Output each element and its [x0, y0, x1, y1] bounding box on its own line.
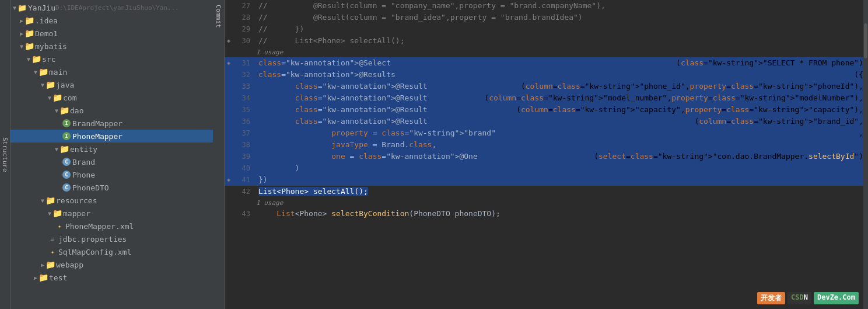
- sidebar-item-phonemapperxml[interactable]: ✦PhoneMapper.xml: [10, 220, 213, 232]
- line-content: class="kw-annotation">@Result: [256, 81, 521, 92]
- line-content: one = class="kw-annotation">@One: [256, 151, 594, 162]
- watermark-csdn: CSD: [791, 293, 804, 301]
- watermark: 开发者 CSDN DevZe.Com: [757, 292, 859, 304]
- code-line-36: 36 class="kw-annotation">@Result(column …: [225, 116, 863, 127]
- arrow-icon: ▼: [34, 69, 37, 75]
- code-line-28: 28// @Result(column = "brand_idea",prope…: [225, 12, 863, 23]
- tree-item-label: PhoneDTO: [72, 183, 109, 192]
- line-number: 43: [233, 208, 256, 220]
- sidebar-item-jdbcproperties[interactable]: ≡jdbc.properties: [10, 232, 213, 245]
- line-content: }): [256, 174, 863, 186]
- code-line-31: ◈31class="kw-annotation">@Select(class="…: [225, 57, 863, 69]
- line-content: class="kw-annotation">@Result: [256, 92, 484, 104]
- root-icon: 📁: [18, 3, 27, 12]
- code-line-42: 42List<Phone> selectAll();: [225, 186, 863, 197]
- sidebar-item-mapper[interactable]: ▼📁mapper: [10, 207, 213, 220]
- commit-label[interactable]: Commit: [214, 0, 223, 33]
- tree-item-label: test: [49, 273, 67, 282]
- tree-item-label: com: [63, 93, 76, 102]
- line-number: 36: [233, 116, 256, 127]
- sidebar-item-idea[interactable]: ▶📁.idea: [10, 14, 213, 27]
- line-number: 29: [233, 23, 256, 35]
- tree-item-label: mapper: [63, 209, 90, 218]
- arrow-icon: ▶: [41, 262, 44, 268]
- sidebar-item-dao[interactable]: ▼📁dao: [10, 104, 213, 117]
- sidebar-item-brandmapper[interactable]: IBrandMapper: [10, 117, 213, 130]
- line-number: 33: [233, 81, 256, 92]
- xml-icon: ✦: [48, 247, 57, 256]
- arrow-icon: ▼: [27, 56, 30, 63]
- arrow-icon: ▼: [13, 5, 16, 11]
- class-icon: C: [62, 170, 71, 179]
- sidebar-item-resources[interactable]: ▼📁resources: [10, 194, 213, 207]
- line-gutter: ◈: [225, 174, 233, 186]
- scrollbar[interactable]: [863, 0, 868, 309]
- code-line-27: 27// @Result(column = "company_name",pro…: [225, 0, 863, 12]
- arrow-icon: ▼: [48, 210, 51, 217]
- code-line-38: 38 javaType = Brand.class,: [225, 139, 863, 151]
- arrow-icon: ▼: [41, 197, 44, 204]
- sidebar-item-sqlmapconfig[interactable]: ✦SqlMapConfig.xml: [10, 245, 213, 258]
- tree-item-label: src: [42, 55, 55, 64]
- structure-tab[interactable]: Structure: [0, 0, 10, 309]
- sidebar-item-phonemapper[interactable]: IPhoneMapper: [10, 130, 213, 143]
- sidebar-item-demo1[interactable]: ▶📁Demo1: [10, 27, 213, 40]
- code-line-30: ◈30// List<Phone> selectAll();: [225, 35, 863, 47]
- line-content: // List<Phone> selectAll();: [256, 35, 863, 47]
- folder-icon: 📁: [60, 106, 69, 115]
- sidebar-item-brand[interactable]: CBrand: [10, 155, 213, 168]
- line-number: 30: [233, 35, 256, 47]
- code-line-35: 35 class="kw-annotation">@Result(column …: [225, 104, 863, 116]
- sidebar-item-java[interactable]: ▼📁java: [10, 78, 213, 91]
- line-number: 35: [233, 104, 256, 116]
- sidebar-item-webapp[interactable]: ▶📁webapp: [10, 258, 213, 271]
- folder-icon: 📁: [32, 54, 41, 64]
- sidebar-item-phone[interactable]: CPhone: [10, 168, 213, 181]
- tree-item-label: SqlMapConfig.xml: [58, 248, 131, 256]
- line-number: 32: [233, 69, 256, 81]
- sidebar-item-com[interactable]: ▼📁com: [10, 91, 213, 104]
- sidebar-item-src[interactable]: ▼📁src: [10, 53, 213, 65]
- sidebar-item-yanjiu[interactable]: ▼📁YanJiu D:\IDEAproject\yanJiuShuo\Yan..…: [10, 1, 213, 14]
- folder-icon: 📁: [52, 93, 62, 102]
- line-content: // @Result(column = "company_name",prope…: [256, 0, 863, 12]
- structure-label: Structure: [1, 137, 9, 172]
- folder-icon: 📁: [46, 196, 55, 205]
- arrow-icon: ▼: [20, 43, 23, 50]
- folder-icon: 📁: [46, 80, 55, 89]
- usage-line: 1 usage: [225, 47, 863, 57]
- code-line-41: ◈41}): [225, 174, 863, 186]
- tree-item-label: PhoneMapper.xml: [65, 222, 134, 231]
- sidebar-item-main[interactable]: ▼📁main: [10, 65, 213, 78]
- properties-icon: ≡: [48, 234, 57, 244]
- line-content: ): [256, 162, 863, 174]
- line-content: javaType = Brand.class,: [256, 139, 863, 151]
- tree-item-label: .idea: [35, 16, 58, 25]
- line-number: 41: [233, 174, 256, 186]
- tree-item-label: Phone: [72, 171, 95, 179]
- sidebar-item-phonedto[interactable]: CPhoneDTO: [10, 181, 213, 194]
- line-number: 38: [233, 139, 256, 151]
- class-icon: C: [62, 157, 71, 166]
- arrow-icon: ▶: [20, 18, 23, 24]
- folder-icon: 📁: [38, 67, 48, 77]
- tree-item-label: resources: [56, 196, 97, 205]
- arrow-icon: ▼: [55, 146, 58, 152]
- arrow-icon: ▼: [55, 107, 58, 114]
- code-line-43: 43 List<Phone> selectByCondition(PhoneDT…: [225, 208, 863, 220]
- watermark-n: N: [804, 293, 808, 301]
- sidebar-item-test[interactable]: ▶📁test: [10, 271, 213, 284]
- folder-icon: 📁: [52, 209, 62, 218]
- code-line-39: 39 one = class="kw-annotation">@One(sele…: [225, 151, 863, 162]
- line-number: 28: [233, 12, 256, 23]
- line-number: 37: [233, 127, 256, 139]
- sidebar-item-mybatis[interactable]: ▼📁mybatis: [10, 40, 213, 53]
- sidebar-item-entity[interactable]: ▼📁entity: [10, 143, 213, 155]
- code-line-33: 33 class="kw-annotation">@Result(column …: [225, 81, 863, 92]
- tree-item-subtitle: D:\IDEAproject\yanJiuShuo\Yan...: [55, 4, 179, 12]
- tree-item-label: dao: [70, 106, 83, 115]
- folder-icon: 📁: [24, 16, 34, 25]
- interface-icon: I: [62, 131, 71, 141]
- tree-item-label: Demo1: [35, 29, 58, 38]
- tree-item-label: mybatis: [35, 42, 67, 51]
